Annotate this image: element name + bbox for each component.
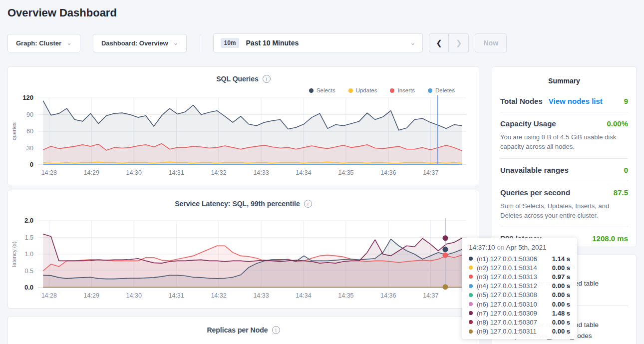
now-button[interactable]: Now xyxy=(475,33,507,52)
series-dot-icon xyxy=(390,88,394,93)
dashboard-dropdown[interactable]: Dashboard: Overview ⌄ xyxy=(93,34,187,52)
chart-hover-tooltip: 14:37:10 on Apr 5th, 2021 (n1) 127.0.0.1… xyxy=(462,238,577,339)
tooltip-node-value: 0.00 s xyxy=(552,291,570,299)
legend-label: Updates xyxy=(356,87,377,93)
tooltip-node-value: 1.14 s xyxy=(552,255,570,263)
svg-text:14:34: 14:34 xyxy=(296,169,311,176)
svg-text:14:28: 14:28 xyxy=(41,292,57,299)
svg-text:14:35: 14:35 xyxy=(338,169,353,176)
svg-text:1.5: 1.5 xyxy=(25,234,33,241)
tooltip-timestamp: 14:37:10 on Apr 5th, 2021 xyxy=(469,244,570,251)
info-icon[interactable]: i xyxy=(272,326,280,334)
sql-queries-title: SQL Queries xyxy=(216,75,259,83)
svg-text:14:29: 14:29 xyxy=(84,292,99,299)
service-latency-plot[interactable]: 14:2814:2914:3014:3114:3214:3314:3414:35… xyxy=(8,217,479,307)
total-nodes-value: 9 xyxy=(624,97,628,105)
legend-item[interactable]: Selects xyxy=(309,87,335,94)
qps-value: 87.5 xyxy=(614,188,628,197)
tooltip-node-label: (n6) 127.0.0.1:50310 xyxy=(477,301,548,308)
svg-text:14:34: 14:34 xyxy=(296,292,311,299)
svg-text:14:33: 14:33 xyxy=(253,169,269,176)
view-nodes-list-link[interactable]: View nodes list xyxy=(549,97,603,105)
tooltip-node-value: 0.00 s xyxy=(552,264,570,272)
tooltip-node-label: (n2) 127.0.0.1:50314 xyxy=(477,264,548,272)
unavailable-ranges-label: Unavailable ranges xyxy=(500,166,569,174)
graph-dropdown[interactable]: Graph: Cluster ⌄ xyxy=(7,34,80,52)
series-dot-icon xyxy=(469,275,473,279)
tooltip-node-label: (n7) 127.0.0.1:50309 xyxy=(477,310,548,317)
svg-text:14:33: 14:33 xyxy=(253,292,269,299)
tooltip-node-value: 0.00 s xyxy=(552,282,570,290)
crosshair-dot xyxy=(442,235,448,241)
sql-queries-card: SQL Queries i SelectsUpdatesInsertsDelet… xyxy=(7,66,479,185)
summary-row-unavailable: Unavailable ranges 0 xyxy=(500,159,628,181)
service-latency-title: Service Latency: SQL, 99th percentile xyxy=(175,200,300,208)
replicas-per-node-card: Replicas per Node i xyxy=(7,316,479,344)
page-title: Overview Dashboard xyxy=(7,6,117,19)
unavailable-ranges-value: 0 xyxy=(624,166,628,174)
series-dot-icon xyxy=(469,302,473,306)
capacity-usage-desc: You are using 0 B of 4.5 GiB usable disk… xyxy=(500,130,628,159)
series-dot-icon xyxy=(469,284,473,288)
toolbar-divider xyxy=(200,34,200,52)
tooltip-node-label: (n1) 127.0.0.1:50306 xyxy=(477,255,548,263)
qps-desc: Sum of Selects, Updates, Inserts, and De… xyxy=(500,199,628,228)
capacity-usage-label: Capacity Usage xyxy=(500,119,556,128)
info-icon[interactable]: i xyxy=(263,75,271,83)
time-range-dropdown[interactable]: 10m Past 10 Minutes ⌄ xyxy=(213,33,423,52)
graph-dropdown-label: Graph: Cluster xyxy=(16,39,61,47)
info-icon[interactable]: i xyxy=(304,200,312,208)
toolbar: Graph: Cluster ⌄ Dashboard: Overview ⌄ 1… xyxy=(7,33,507,52)
svg-text:14:37: 14:37 xyxy=(423,169,438,176)
svg-text:14:28: 14:28 xyxy=(41,169,57,176)
series-dot-icon xyxy=(469,293,473,297)
legend-label: Inserts xyxy=(397,87,415,93)
crosshair-dot xyxy=(442,247,448,252)
tooltip-node-value: 0.00 s xyxy=(552,328,570,335)
svg-text:14:37: 14:37 xyxy=(423,292,438,299)
legend-item[interactable]: Deletes xyxy=(428,87,455,94)
tooltip-row: (n7) 127.0.0.1:503091.48 s xyxy=(469,309,570,318)
legend-label: Deletes xyxy=(435,87,455,93)
legend-item[interactable]: Updates xyxy=(348,87,377,94)
svg-text:14:32: 14:32 xyxy=(211,169,226,176)
tooltip-node-label: (n3) 127.0.0.1:50313 xyxy=(477,273,548,281)
time-step-buttons: ❮ ❯ xyxy=(429,33,469,52)
svg-text:1.0: 1.0 xyxy=(25,251,33,258)
svg-text:60: 60 xyxy=(26,128,33,135)
series-dot-icon xyxy=(469,311,473,315)
tooltip-node-value: 0.00 s xyxy=(552,319,570,326)
replicas-per-node-title: Replicas per Node xyxy=(207,326,268,334)
sql-queries-plot[interactable]: 14:2814:2914:3014:3114:3214:3314:3414:35… xyxy=(8,94,479,184)
sql-queries-legend: SelectsUpdatesInsertsDeletes xyxy=(8,83,479,94)
svg-text:14:35: 14:35 xyxy=(338,292,353,299)
overview-dashboard-page: Overview Dashboard Graph: Cluster ⌄ Dash… xyxy=(0,0,644,344)
tooltip-row: (n9) 127.0.0.1:503110.00 s xyxy=(469,327,570,336)
crosshair-dot xyxy=(442,253,448,258)
svg-text:0.0: 0.0 xyxy=(24,284,33,291)
svg-text:2.0: 2.0 xyxy=(24,217,33,224)
tooltip-node-value: 1.48 s xyxy=(552,310,570,317)
total-nodes-label: Total Nodes xyxy=(500,97,543,105)
series-dot-icon xyxy=(469,257,473,261)
time-range-badge: 10m xyxy=(221,38,239,48)
svg-text:14:29: 14:29 xyxy=(84,169,99,176)
tooltip-node-value: 0.97 s xyxy=(552,273,570,281)
svg-text:latency (s): latency (s) xyxy=(11,242,17,267)
time-next-button[interactable]: ❯ xyxy=(449,33,469,52)
time-prev-button[interactable]: ❮ xyxy=(429,33,449,52)
qps-label: Queries per second xyxy=(500,188,570,197)
tooltip-row: (n4) 127.0.0.1:503120.00 s xyxy=(469,282,570,291)
svg-text:14:32: 14:32 xyxy=(211,292,226,299)
svg-text:14:31: 14:31 xyxy=(168,292,184,299)
svg-text:120: 120 xyxy=(22,94,33,101)
tooltip-node-value: 0.00 s xyxy=(552,301,570,308)
svg-text:90: 90 xyxy=(26,111,33,118)
series-dot-icon xyxy=(309,88,314,93)
tooltip-row: (n2) 127.0.0.1:503140.00 s xyxy=(469,263,570,272)
tooltip-row: (n1) 127.0.0.1:503061.14 s xyxy=(469,254,570,263)
crosshair-dot xyxy=(442,284,448,290)
series-dot-icon xyxy=(348,88,353,93)
legend-item[interactable]: Inserts xyxy=(390,87,415,94)
capacity-usage-value: 0.00% xyxy=(607,119,628,128)
